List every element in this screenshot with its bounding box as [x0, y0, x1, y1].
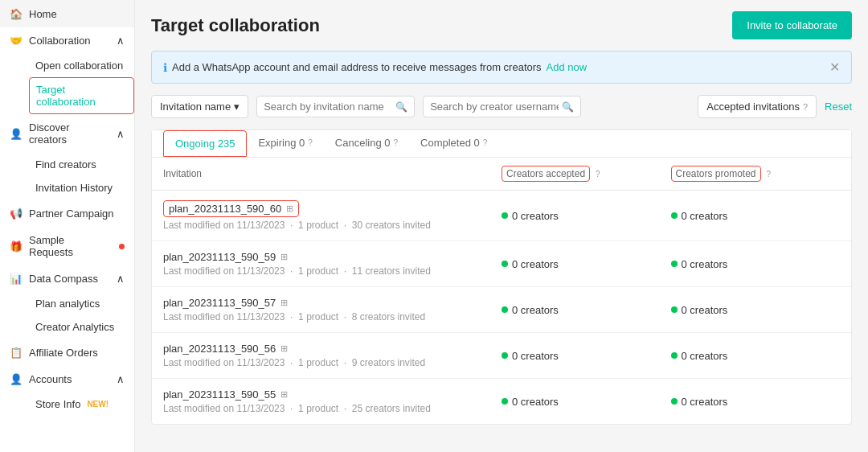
plan-id: plan_20231113_590_59 ⊞: [163, 251, 502, 263]
sidebar-item-target-collaboration[interactable]: Target collaboration: [29, 77, 134, 114]
copy-icon[interactable]: ⊞: [280, 389, 288, 400]
plan-meta: Last modified on 11/13/2023 · 1 product …: [163, 357, 502, 368]
tab-expiring-label: Expiring 0: [258, 137, 305, 149]
add-now-link[interactable]: Add now: [547, 61, 588, 73]
sidebar-item-discover-creators[interactable]: 👤 Discover creators ∧: [0, 114, 134, 153]
sidebar: 🏠 Home 🤝 Collaboration ∧ Open collaborat…: [0, 0, 135, 452]
creator-search-input[interactable]: [430, 101, 559, 113]
plan-id: plan_20231113_590_60 ⊞: [163, 200, 299, 217]
sidebar-item-affiliate-orders[interactable]: 📋 Affiliate Orders: [0, 339, 134, 366]
search-icon: 🔍: [395, 101, 407, 113]
tab-ongoing-label: Ongoing 235: [175, 138, 235, 150]
creators-promoted-value: 0 creators: [671, 258, 841, 270]
data-compass-icon: 📊: [10, 273, 23, 285]
copy-icon[interactable]: ⊞: [286, 203, 293, 214]
copy-icon[interactable]: ⊞: [280, 298, 288, 308]
plan-meta: Last modified on 11/13/2023 · 1 product …: [163, 403, 502, 414]
creators-accepted-value: 0 creators: [502, 304, 671, 316]
table-row: plan_20231113_590_59 ⊞ Last modified on …: [152, 241, 851, 287]
table-header: Invitation Creators accepted ? Creators …: [152, 158, 851, 191]
home-icon: 🏠: [10, 7, 23, 20]
sidebar-item-data-compass[interactable]: 📊 Data Compass ∧: [0, 265, 134, 292]
sidebar-item-invitation-history[interactable]: Invitation History: [29, 176, 134, 199]
sample-badge: [119, 244, 125, 249]
plan-meta: Last modified on 11/13/2023 · 1 product …: [163, 220, 502, 231]
sidebar-item-find-creators[interactable]: Find creators: [29, 153, 134, 176]
invitation-info: plan_20231113_590_59 ⊞ Last modified on …: [163, 251, 502, 277]
data-compass-submenu: Plan analytics Creator Analytics: [0, 292, 134, 339]
green-dot: [671, 212, 678, 219]
plan-id: plan_20231113_590_57 ⊞: [163, 297, 502, 309]
green-dot: [502, 306, 508, 313]
main-content: Target collaboration Invite to collabora…: [135, 0, 868, 452]
whatsapp-banner: ℹ Add a WhatsApp account and email addre…: [151, 51, 852, 84]
green-dot: [502, 212, 508, 219]
close-banner-button[interactable]: ✕: [829, 60, 840, 75]
sidebar-item-accounts[interactable]: 👤 Accounts ∧: [0, 366, 134, 392]
page-header: Target collaboration Invite to collabora…: [135, 0, 868, 51]
plans-table-container: Ongoing 235 Expiring 0 ? Canceling 0 ? C…: [151, 129, 852, 425]
accounts-icon: 👤: [10, 373, 23, 385]
sidebar-item-home[interactable]: 🏠 Home: [0, 0, 134, 27]
col-creators-promoted-label: Creators promoted: [671, 166, 761, 182]
table-body: plan_20231113_590_60 ⊞ Last modified on …: [152, 191, 851, 424]
reset-button[interactable]: Reset: [825, 101, 852, 113]
plan-id: plan_20231113_590_55 ⊞: [163, 388, 502, 401]
discover-icon: 👤: [10, 128, 23, 140]
accepted-invitations-button[interactable]: Accepted invitations ?: [698, 95, 817, 118]
banner-text: Add a WhatsApp account and email address…: [172, 61, 542, 73]
invitation-name-filter[interactable]: Invitation name ▾: [151, 95, 248, 118]
store-new-badge: NEW!: [87, 400, 108, 409]
search-icon2: 🔍: [562, 101, 574, 113]
chevron-down-icon: ▾: [234, 101, 240, 113]
creator-search-box: 🔍: [423, 96, 581, 117]
green-dot: [671, 306, 678, 313]
green-dot: [671, 261, 678, 267]
tab-completed-label: Completed 0: [420, 137, 480, 149]
green-dot: [671, 352, 678, 359]
tab-expiring[interactable]: Expiring 0 ?: [247, 130, 323, 157]
green-dot: [502, 261, 508, 267]
toolbar: Invitation name ▾ 🔍 🔍 Accepted invitatio…: [151, 95, 852, 118]
chevron-up-icon4: ∧: [117, 373, 125, 385]
invitation-search-input[interactable]: [264, 101, 392, 113]
col-creators-accepted-label: Creators accepted: [502, 166, 590, 182]
chevron-up-icon: ∧: [117, 35, 125, 47]
creators-accepted-value: 0 creators: [502, 396, 671, 408]
help-icon: ?: [803, 102, 808, 112]
col-invitation-label: Invitation: [163, 168, 202, 179]
col-creators-promoted-help: ?: [767, 170, 772, 179]
col-creators-accepted: Creators accepted ?: [502, 166, 671, 182]
creators-promoted-value: 0 creators: [671, 210, 841, 222]
collaboration-icon: 🤝: [10, 35, 23, 47]
invitation-info: plan_20231113_590_60 ⊞ Last modified on …: [163, 200, 502, 231]
table-row: plan_20231113_590_56 ⊞ Last modified on …: [152, 333, 851, 379]
tab-canceling[interactable]: Canceling 0 ?: [324, 130, 409, 157]
sidebar-item-partner-campaign[interactable]: 📢 Partner Campaign: [0, 199, 134, 227]
table-row: plan_20231113_590_55 ⊞ Last modified on …: [152, 379, 851, 424]
plan-meta: Last modified on 11/13/2023 · 1 product …: [163, 265, 502, 277]
sidebar-item-creator-analytics[interactable]: Creator Analytics: [29, 315, 134, 339]
copy-icon[interactable]: ⊞: [280, 343, 288, 354]
chevron-up-icon3: ∧: [117, 273, 125, 285]
green-dot: [502, 398, 508, 405]
tab-ongoing[interactable]: Ongoing 235: [163, 130, 247, 157]
sidebar-item-sample-requests[interactable]: 🎁 Sample Requests: [0, 227, 134, 265]
sidebar-item-store-info[interactable]: Store Info NEW!: [29, 392, 134, 416]
table-row: plan_20231113_590_57 ⊞ Last modified on …: [152, 287, 851, 333]
invitation-search-box: 🔍: [256, 96, 415, 117]
canceling-help-icon: ?: [393, 138, 398, 147]
completed-help-icon: ?: [483, 138, 488, 147]
tab-completed[interactable]: Completed 0 ?: [409, 130, 498, 157]
accepted-label: Accepted invitations: [706, 101, 800, 113]
invite-collaborate-button[interactable]: Invite to collaborate: [732, 11, 852, 39]
collaboration-submenu: Open collaboration Target collaboration: [0, 54, 134, 114]
sidebar-item-collaboration[interactable]: 🤝 Collaboration ∧: [0, 27, 134, 54]
sidebar-item-plan-analytics[interactable]: Plan analytics: [29, 292, 134, 315]
creators-accepted-value: 0 creators: [502, 258, 671, 270]
sidebar-item-open-collaboration[interactable]: Open collaboration: [29, 54, 134, 77]
col-creators-accepted-help: ?: [596, 170, 600, 179]
invitation-info: plan_20231113_590_55 ⊞ Last modified on …: [163, 388, 502, 414]
plan-id: plan_20231113_590_56 ⊞: [163, 343, 502, 355]
copy-icon[interactable]: ⊞: [280, 252, 288, 262]
